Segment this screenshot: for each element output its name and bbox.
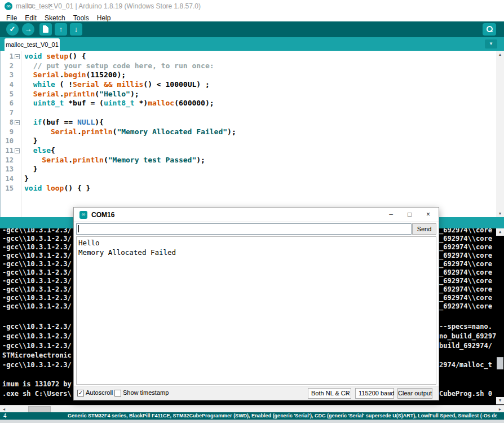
send-button[interactable]: Send — [412, 223, 436, 235]
console-line: -gcc\\10.3.1-2.3/ — [2, 285, 72, 294]
check-icon: ✓ — [10, 25, 16, 33]
console-line: _692974\\core — [439, 260, 492, 268]
console-line — [439, 370, 496, 380]
serial-monitor-button[interactable] — [483, 23, 496, 36]
line-number: 10 — [0, 136, 21, 146]
serial-output-line: Memory Allocated Failed — [78, 248, 434, 257]
up-arrow-icon: ↑ — [59, 25, 63, 33]
console-scroll-down-icon[interactable]: ▼ — [496, 397, 504, 404]
line-number: 12 — [0, 156, 21, 165]
scroll-down-icon[interactable]: ▼ — [496, 210, 504, 217]
console-line: _692974\\core — [439, 235, 492, 243]
console-line: -gcc\\10.3.1-2.3/ — [2, 341, 72, 351]
code-line[interactable]: 9 Serial.println("Memory Allocated Faile… — [0, 127, 496, 137]
line-ending-dropdown[interactable]: Both NL & CR ∨ — [308, 388, 351, 399]
console-line: _692974\\core — [439, 243, 492, 252]
minimize-button[interactable]: – — [382, 208, 400, 222]
console-line: -gcc\\10.3.1-2.3/ — [2, 228, 72, 235]
line-ending-value: Both NL & CR — [311, 390, 350, 396]
autoscroll-checkbox[interactable]: ✓ — [77, 390, 84, 396]
console-line: .exe sh C:\Users\ — [2, 389, 72, 399]
console-line: -gcc\\10.3.1-2.3/ — [2, 243, 72, 252]
console-line — [439, 351, 496, 360]
code-line[interactable]: 2 // put your setup code here, to run on… — [0, 61, 496, 71]
console-text-left-top: -gcc\\10.3.1-2.3/-gcc\\10.3.1-2.3/-gcc\\… — [2, 228, 72, 311]
tab-bar: malloc_test_V0_01 ▼ — [0, 37, 504, 51]
console-line: build_692974/ — [439, 341, 496, 351]
line-number: 5 — [0, 90, 21, 99]
code-line[interactable]: 5 Serial.println("Hello"); — [0, 90, 496, 99]
console-text-right-bottom: --specs=nano.no_build_69297build_692974/… — [439, 322, 496, 399]
console-line: -gcc\\10.3.1-2.3/ — [2, 252, 72, 260]
code-line[interactable]: 10 } — [0, 136, 496, 146]
console-line: -gcc\\10.3.1-2.3/ — [2, 332, 72, 341]
line-number: 8− — [0, 118, 21, 127]
new-sketch-button[interactable] — [39, 23, 52, 36]
console-line: -gcc\\10.3.1-2.3/ — [2, 360, 72, 370]
console-text-right-top: _692974\\core_692974\\core_692974\\core_… — [439, 228, 492, 311]
console-line: _692974\\core — [439, 268, 492, 277]
horizontal-scrollbar-thumb[interactable] — [28, 406, 51, 412]
line-number: 14 — [0, 174, 21, 184]
serial-monitor-title-bar[interactable]: ∞ COM16 – □ × — [74, 208, 439, 222]
maximize-button[interactable]: □ — [400, 208, 419, 222]
document-icon — [43, 25, 48, 33]
open-button[interactable]: ↑ — [55, 23, 67, 36]
serial-input-field[interactable] — [76, 223, 412, 235]
code-line[interactable]: 1−void setup() { — [0, 52, 496, 61]
code-line[interactable]: 6 uint8_t *buf = (uint8_t *)malloc(60000… — [0, 99, 496, 108]
right-arrow-icon: → — [25, 25, 32, 33]
code-line[interactable]: 8− if(buf == NULL){ — [0, 118, 496, 127]
console-line: no_build_69297 — [439, 332, 496, 341]
code-line[interactable]: 3 Serial.begin(115200); — [0, 70, 496, 80]
code-line[interactable]: 12 Serial.println("Memory test Passed"); — [0, 156, 496, 165]
console-line: -gcc\\10.3.1-2.3/ — [2, 277, 72, 285]
line-number: 7 — [0, 108, 21, 118]
console-line: _692974\\core — [439, 285, 492, 294]
arduino-app-icon: ∞ — [5, 2, 12, 10]
serial-output-area[interactable]: HelloMemory Allocated Failed — [76, 236, 436, 385]
clear-output-button[interactable]: Clear output — [397, 388, 432, 399]
code-line[interactable]: 4 while ( !Serial && millis() < 10000UL)… — [0, 80, 496, 90]
code-editor[interactable]: 1−void setup() {2 // put your setup code… — [0, 51, 496, 217]
code-line[interactable]: 14} — [0, 174, 496, 184]
verify-button[interactable]: ✓ — [6, 23, 19, 36]
fold-icon[interactable]: − — [15, 54, 20, 59]
tab-malloc-test[interactable]: malloc_test_V0_01 — [5, 38, 60, 51]
scroll-up-icon[interactable]: ▲ — [496, 51, 504, 58]
console-line: -gcc\\10.3.1-2.3/ — [2, 235, 72, 243]
magnifier-icon — [486, 26, 493, 33]
baud-rate-dropdown[interactable]: 115200 baud ∨ — [355, 388, 394, 399]
show-timestamp-label: Show timestamp — [123, 389, 169, 396]
autoscroll-label: Autoscroll — [86, 389, 113, 396]
serial-monitor-window-controls: – □ × — [382, 208, 437, 222]
serial-monitor-window: ∞ COM16 – □ × Send HelloMemory Allocated… — [73, 207, 439, 400]
console-line — [439, 380, 496, 389]
code-line[interactable]: 11− else{ — [0, 146, 496, 156]
fold-icon[interactable]: − — [15, 120, 20, 125]
show-timestamp-checkbox[interactable] — [114, 390, 121, 396]
line-number: 9 — [0, 127, 21, 137]
text-caret — [78, 225, 79, 232]
serial-monitor-options-bar: ✓ Autoscroll Show timestamp Both NL & CR… — [74, 386, 439, 400]
arduino-app-icon: ∞ — [79, 211, 87, 219]
upload-button[interactable]: → — [22, 23, 34, 36]
console-line: -gcc\\10.3.1-2.3/ — [2, 268, 72, 277]
console-horizontal-scrollbar[interactable]: ◄ ► — [0, 405, 504, 412]
window-title: malloc_test_V0_01 | Arduino 1.8.19 (Wind… — [16, 2, 201, 10]
close-button[interactable]: × — [419, 208, 437, 222]
console-scroll-up-icon[interactable]: ▲ — [496, 228, 504, 236]
fold-icon[interactable]: − — [15, 148, 20, 153]
console-line: -gcc\\10.3.1-2.3/ — [2, 294, 72, 302]
serial-output-line: Hello — [78, 238, 434, 248]
editor-scrollbar[interactable]: ▲ ▼ — [496, 51, 504, 217]
console-scrollbar-thumb[interactable] — [497, 357, 503, 369]
toolbar: ✓ → ↑ ↓ — [0, 21, 504, 37]
save-button[interactable]: ↓ — [70, 23, 82, 36]
console-line: CubeProg.sh 0 — [439, 389, 496, 399]
code-line[interactable]: 13 } — [0, 165, 496, 174]
line-number: 6 — [0, 99, 21, 108]
code-line[interactable]: 7 — [0, 108, 496, 118]
tab-menu-button[interactable]: ▼ — [485, 39, 497, 49]
code-line[interactable]: 15void loop() { } — [0, 184, 496, 193]
